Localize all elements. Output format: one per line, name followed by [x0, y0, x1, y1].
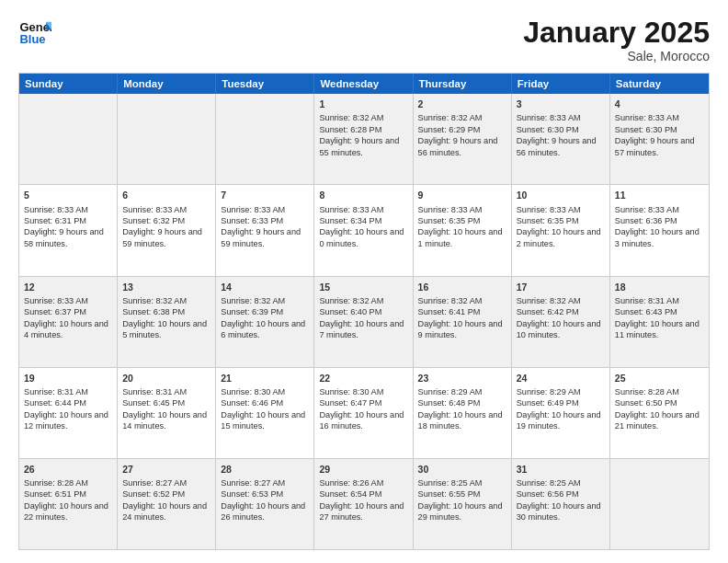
calendar-cell: 28Sunrise: 8:27 AMSunset: 6:53 PMDayligh… — [216, 459, 314, 549]
daylight-text: Daylight: 10 hours and 10 minutes. — [517, 319, 601, 339]
calendar-cell: 17Sunrise: 8:32 AMSunset: 6:42 PMDayligh… — [512, 277, 610, 367]
sunset-text: Sunset: 6:28 PM — [319, 125, 381, 134]
sunset-text: Sunset: 6:50 PM — [615, 398, 677, 408]
calendar-cell: 1Sunrise: 8:32 AMSunset: 6:28 PMDaylight… — [314, 94, 413, 184]
sunset-text: Sunset: 6:30 PM — [615, 125, 677, 134]
sunset-text: Sunset: 6:41 PM — [418, 307, 481, 316]
calendar-cell: 2Sunrise: 8:32 AMSunset: 6:29 PMDaylight… — [414, 94, 512, 184]
header-friday: Friday — [512, 74, 610, 94]
calendar-cell: 13Sunrise: 8:32 AMSunset: 6:38 PMDayligh… — [118, 277, 216, 367]
day-number: 5 — [24, 189, 112, 201]
day-number: 11 — [615, 189, 704, 201]
sunrise-text: Sunrise: 8:33 AM — [319, 205, 383, 214]
location: Sale, Morocco — [523, 49, 710, 63]
sunset-text: Sunset: 6:30 PM — [517, 125, 579, 134]
sunrise-text: Sunrise: 8:32 AM — [319, 296, 383, 305]
sunrise-text: Sunrise: 8:32 AM — [221, 296, 285, 305]
sunset-text: Sunset: 6:36 PM — [615, 216, 677, 225]
calendar-cell: 29Sunrise: 8:26 AMSunset: 6:54 PMDayligh… — [314, 459, 413, 549]
header-wednesday: Wednesday — [314, 74, 413, 94]
calendar-cell: 3Sunrise: 8:33 AMSunset: 6:30 PMDaylight… — [512, 94, 610, 184]
daylight-text: Daylight: 10 hours and 12 minutes. — [24, 410, 108, 431]
calendar-cell: 20Sunrise: 8:31 AMSunset: 6:45 PMDayligh… — [118, 368, 216, 458]
sunset-text: Sunset: 6:39 PM — [221, 307, 283, 316]
sunrise-text: Sunrise: 8:33 AM — [615, 205, 679, 214]
header: General Blue January 2025 Sale, Morocco — [18, 17, 710, 63]
day-number: 26 — [24, 463, 112, 476]
sunrise-text: Sunrise: 8:30 AM — [221, 387, 285, 396]
daylight-text: Daylight: 10 hours and 6 minutes. — [221, 319, 305, 339]
daylight-text: Daylight: 10 hours and 24 minutes. — [122, 501, 207, 522]
header-tuesday: Tuesday — [216, 74, 314, 94]
day-number: 16 — [418, 281, 506, 293]
day-number: 28 — [221, 463, 309, 476]
sunrise-text: Sunrise: 8:31 AM — [122, 387, 187, 396]
sunrise-text: Sunrise: 8:32 AM — [418, 113, 483, 122]
sunset-text: Sunset: 6:37 PM — [24, 307, 86, 316]
day-number: 9 — [418, 189, 506, 201]
month-title: January 2025 — [523, 17, 710, 49]
calendar-header: Sunday Monday Tuesday Wednesday Thursday… — [19, 74, 709, 94]
calendar-cell: 11Sunrise: 8:33 AMSunset: 6:36 PMDayligh… — [610, 185, 709, 275]
calendar-cell: 9Sunrise: 8:33 AMSunset: 6:35 PMDaylight… — [414, 185, 512, 275]
day-number: 4 — [615, 98, 704, 110]
sunset-text: Sunset: 6:49 PM — [517, 398, 579, 408]
sunset-text: Sunset: 6:46 PM — [221, 398, 283, 408]
calendar-cell — [19, 94, 118, 184]
day-number: 25 — [615, 372, 704, 385]
calendar-cell: 26Sunrise: 8:28 AMSunset: 6:51 PMDayligh… — [19, 459, 118, 549]
sunrise-text: Sunrise: 8:31 AM — [615, 296, 679, 305]
calendar-row: 5Sunrise: 8:33 AMSunset: 6:31 PMDaylight… — [19, 184, 709, 275]
sunset-text: Sunset: 6:53 PM — [221, 489, 283, 499]
sunset-text: Sunset: 6:34 PM — [319, 216, 381, 225]
sunset-text: Sunset: 6:56 PM — [517, 489, 579, 499]
sunset-text: Sunset: 6:35 PM — [418, 216, 481, 225]
day-number: 15 — [319, 281, 407, 293]
calendar-row: 26Sunrise: 8:28 AMSunset: 6:51 PMDayligh… — [19, 458, 709, 549]
day-number: 8 — [319, 189, 407, 201]
daylight-text: Daylight: 10 hours and 29 minutes. — [418, 501, 503, 522]
daylight-text: Daylight: 10 hours and 15 minutes. — [221, 410, 305, 431]
sunrise-text: Sunrise: 8:33 AM — [122, 205, 187, 214]
sunset-text: Sunset: 6:47 PM — [319, 398, 381, 408]
page: General Blue January 2025 Sale, Morocco … — [0, 0, 728, 563]
calendar-cell: 8Sunrise: 8:33 AMSunset: 6:34 PMDaylight… — [314, 185, 413, 275]
sunset-text: Sunset: 6:51 PM — [24, 489, 86, 499]
daylight-text: Daylight: 10 hours and 22 minutes. — [24, 501, 108, 522]
day-number: 2 — [418, 98, 506, 110]
calendar-cell: 4Sunrise: 8:33 AMSunset: 6:30 PMDaylight… — [610, 94, 709, 184]
logo: General Blue — [18, 17, 51, 50]
sunset-text: Sunset: 6:43 PM — [615, 307, 677, 316]
sunset-text: Sunset: 6:38 PM — [122, 307, 185, 316]
sunset-text: Sunset: 6:33 PM — [221, 216, 283, 225]
calendar-cell: 7Sunrise: 8:33 AMSunset: 6:33 PMDaylight… — [216, 185, 314, 275]
svg-text:Blue: Blue — [19, 32, 45, 46]
sunrise-text: Sunrise: 8:33 AM — [24, 296, 88, 305]
sunset-text: Sunset: 6:35 PM — [517, 216, 579, 225]
day-number: 12 — [24, 281, 112, 293]
calendar-cell: 16Sunrise: 8:32 AMSunset: 6:41 PMDayligh… — [414, 277, 512, 367]
header-monday: Monday — [118, 74, 216, 94]
calendar-row: 1Sunrise: 8:32 AMSunset: 6:28 PMDaylight… — [19, 94, 709, 184]
day-number: 18 — [615, 281, 704, 293]
daylight-text: Daylight: 10 hours and 3 minutes. — [615, 227, 700, 247]
daylight-text: Daylight: 9 hours and 59 minutes. — [221, 227, 301, 247]
day-number: 10 — [517, 189, 605, 201]
sunrise-text: Sunrise: 8:28 AM — [615, 387, 679, 396]
sunrise-text: Sunrise: 8:25 AM — [418, 478, 483, 488]
daylight-text: Daylight: 9 hours and 56 minutes. — [418, 136, 498, 156]
day-number: 27 — [122, 463, 210, 476]
sunset-text: Sunset: 6:55 PM — [418, 489, 481, 499]
calendar-cell: 30Sunrise: 8:25 AMSunset: 6:55 PMDayligh… — [414, 459, 512, 549]
sunrise-text: Sunrise: 8:33 AM — [24, 205, 88, 214]
sunrise-text: Sunrise: 8:30 AM — [319, 387, 383, 396]
daylight-text: Daylight: 10 hours and 4 minutes. — [24, 319, 108, 339]
daylight-text: Daylight: 9 hours and 57 minutes. — [615, 136, 695, 156]
calendar-cell — [118, 94, 216, 184]
sunrise-text: Sunrise: 8:27 AM — [122, 478, 187, 488]
sunset-text: Sunset: 6:52 PM — [122, 489, 185, 499]
sunrise-text: Sunrise: 8:33 AM — [221, 205, 285, 214]
calendar-cell: 18Sunrise: 8:31 AMSunset: 6:43 PMDayligh… — [610, 277, 709, 367]
calendar-cell: 19Sunrise: 8:31 AMSunset: 6:44 PMDayligh… — [19, 368, 118, 458]
sunset-text: Sunset: 6:40 PM — [319, 307, 381, 316]
